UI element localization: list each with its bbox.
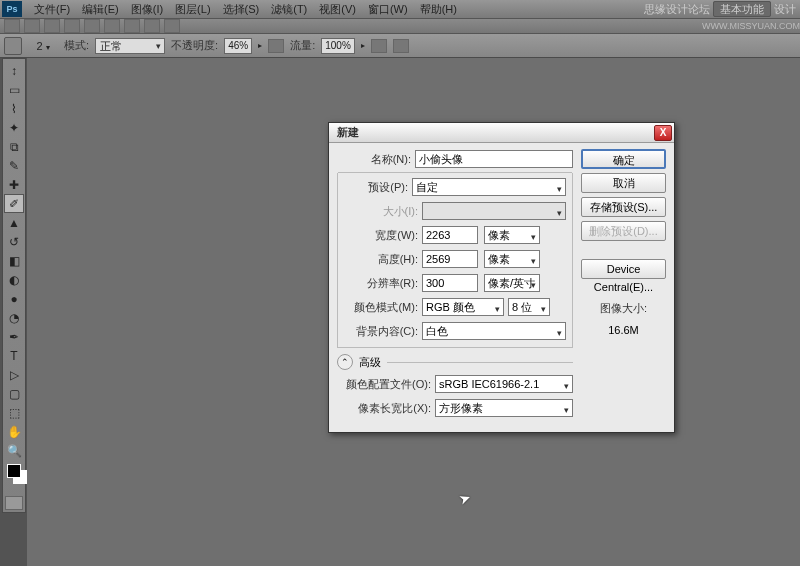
menu-view[interactable]: 视图(V) <box>313 2 362 17</box>
watermark-url: WWW.MISSYUAN.COM <box>702 21 800 31</box>
name-label: 名称(N): <box>337 152 415 167</box>
wand-tool-icon[interactable]: ✦ <box>4 118 24 137</box>
toolbar-icon[interactable] <box>104 19 120 33</box>
width-unit-select[interactable]: 像素 <box>484 226 540 244</box>
image-size-label: 图像大小: <box>581 301 666 316</box>
bit-select[interactable]: 8 位 <box>508 298 550 316</box>
app-icon: Ps <box>2 1 22 17</box>
lasso-tool-icon[interactable]: ⌇ <box>4 99 24 118</box>
blur-tool-icon[interactable]: ● <box>4 289 24 308</box>
menubar: Ps 文件(F) 编辑(E) 图像(I) 图层(L) 选择(S) 滤镜(T) 视… <box>0 0 800 18</box>
mode-label: 模式: <box>64 38 89 53</box>
preset-label: 预设(P): <box>344 180 412 195</box>
tablet-pressure-icon[interactable] <box>393 39 409 53</box>
aspect-select[interactable]: 方形像素 <box>435 399 573 417</box>
menu-layer[interactable]: 图层(L) <box>169 2 216 17</box>
toolbar-icon[interactable] <box>24 19 40 33</box>
icon-toolbar: WWW.MISSYUAN.COM <box>0 18 800 34</box>
gradient-tool-icon[interactable]: ◐ <box>4 270 24 289</box>
foreground-swatch[interactable] <box>7 464 21 478</box>
close-icon[interactable]: X <box>654 125 672 141</box>
shape-tool-icon[interactable]: ▢ <box>4 384 24 403</box>
colormode-select[interactable]: RGB 颜色 <box>422 298 504 316</box>
colormode-label: 颜色模式(M): <box>344 300 422 315</box>
menu-select[interactable]: 选择(S) <box>217 2 266 17</box>
brush-tool-icon[interactable]: ✐ <box>4 194 24 213</box>
toolbar-icon[interactable] <box>164 19 180 33</box>
dialog-titlebar[interactable]: 新建 X <box>329 123 674 143</box>
color-swatches[interactable] <box>7 464 21 478</box>
menu-window[interactable]: 窗口(W) <box>362 2 414 17</box>
divider <box>387 362 573 363</box>
dodge-tool-icon[interactable]: ◔ <box>4 308 24 327</box>
height-field[interactable]: 2569 <box>422 250 478 268</box>
pen-tool-icon[interactable]: ✒ <box>4 327 24 346</box>
flow-arrow-icon[interactable]: ▸ <box>361 41 365 50</box>
crop-tool-icon[interactable]: ⧉ <box>4 137 24 156</box>
menu-edit[interactable]: 编辑(E) <box>76 2 125 17</box>
history-brush-icon[interactable]: ↺ <box>4 232 24 251</box>
airbrush-icon[interactable] <box>371 39 387 53</box>
brush-size[interactable]: 2 ▾ <box>28 40 58 52</box>
menu-filter[interactable]: 滤镜(T) <box>265 2 313 17</box>
path-tool-icon[interactable]: ▷ <box>4 365 24 384</box>
3d-tool-icon[interactable]: ⬚ <box>4 403 24 422</box>
size-label: 大小(I): <box>344 204 422 219</box>
height-label: 高度(H): <box>344 252 422 267</box>
res-label: 分辨率(R): <box>344 276 422 291</box>
type-tool-icon[interactable]: T <box>4 346 24 365</box>
image-size-value: 16.6M <box>581 324 666 336</box>
eyedropper-tool-icon[interactable]: ✎ <box>4 156 24 175</box>
profile-select[interactable]: sRGB IEC61966-2.1 <box>435 375 573 393</box>
name-field[interactable]: 小偷头像 <box>415 150 573 168</box>
bg-select[interactable]: 白色 <box>422 322 566 340</box>
heal-tool-icon[interactable]: ✚ <box>4 175 24 194</box>
size-select <box>422 202 566 220</box>
hand-tool-icon[interactable]: ✋ <box>4 422 24 441</box>
toolbar-icon[interactable] <box>4 19 20 33</box>
bg-label: 背景内容(C): <box>344 324 422 339</box>
watermark: 思缘设计论坛 基本功能 设计 <box>644 2 796 17</box>
profile-label: 颜色配置文件(O): <box>337 377 435 392</box>
toolbar-icon[interactable] <box>64 19 80 33</box>
flow-value[interactable]: 100% <box>321 38 355 54</box>
res-unit-select[interactable]: 像素/英寸 <box>484 274 540 292</box>
mode-select[interactable]: 正常 <box>95 38 165 54</box>
menu-help[interactable]: 帮助(H) <box>414 2 463 17</box>
marquee-tool-icon[interactable]: ▭ <box>4 80 24 99</box>
menu-file[interactable]: 文件(F) <box>28 2 76 17</box>
opacity-pressure-icon[interactable] <box>268 39 284 53</box>
options-bar: 2 ▾ 模式: 正常 不透明度: 46% ▸ 流量: 100% ▸ <box>0 34 800 58</box>
opacity-value[interactable]: 46% <box>224 38 252 54</box>
brush-preview[interactable] <box>4 37 22 55</box>
zoom-tool-icon[interactable]: 🔍 <box>4 441 24 460</box>
res-field[interactable]: 300 <box>422 274 478 292</box>
eraser-tool-icon[interactable]: ◧ <box>4 251 24 270</box>
opacity-arrow-icon[interactable]: ▸ <box>258 41 262 50</box>
advanced-toggle-icon[interactable]: ⌃ <box>337 354 353 370</box>
width-label: 宽度(W): <box>344 228 422 243</box>
menu-image[interactable]: 图像(I) <box>125 2 169 17</box>
dialog-title: 新建 <box>337 125 359 140</box>
new-document-dialog: 新建 X 名称(N): 小偷头像 预设(P): 自定 大小(I): 宽度(W):… <box>328 122 675 433</box>
toolbox: ↕ ▭ ⌇ ✦ ⧉ ✎ ✚ ✐ ▲ ↺ ◧ ◐ ● ◔ ✒ T ▷ ▢ ⬚ ✋ … <box>2 58 26 513</box>
width-field[interactable]: 2263 <box>422 226 478 244</box>
move-tool-icon[interactable]: ↕ <box>4 61 24 80</box>
toolbar-icon[interactable] <box>124 19 140 33</box>
stamp-tool-icon[interactable]: ▲ <box>4 213 24 232</box>
delete-preset-button: 删除预设(D)... <box>581 221 666 241</box>
save-preset-button[interactable]: 存储预设(S)... <box>581 197 666 217</box>
height-unit-select[interactable]: 像素 <box>484 250 540 268</box>
ok-button[interactable]: 确定 <box>581 149 666 169</box>
advanced-label: 高级 <box>359 355 381 370</box>
aspect-label: 像素长宽比(X): <box>337 401 435 416</box>
toolbar-icon[interactable] <box>84 19 100 33</box>
flow-label: 流量: <box>290 38 315 53</box>
preset-select[interactable]: 自定 <box>412 178 566 196</box>
toolbar-icon[interactable] <box>44 19 60 33</box>
cancel-button[interactable]: 取消 <box>581 173 666 193</box>
quickmask-icon[interactable] <box>5 496 23 510</box>
device-central-button[interactable]: Device Central(E)... <box>581 259 666 279</box>
toolbar-icon[interactable] <box>144 19 160 33</box>
opacity-label: 不透明度: <box>171 38 218 53</box>
